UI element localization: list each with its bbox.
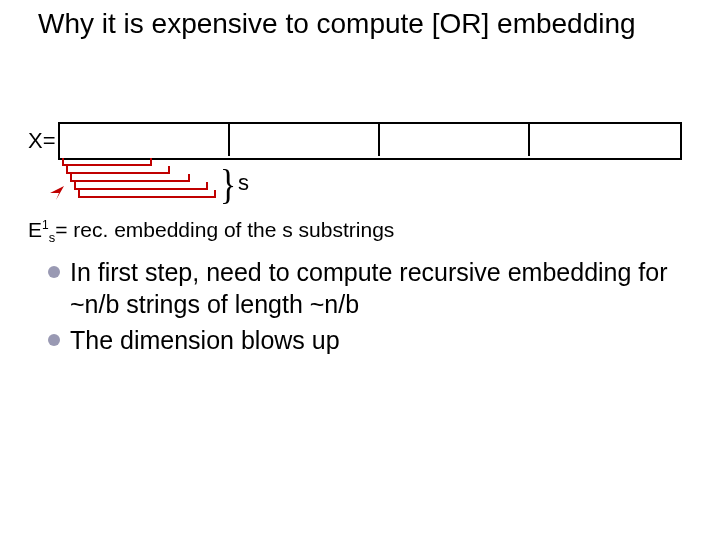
bullet-item: In first step, need to compute recursive…	[48, 256, 690, 320]
substring-bracket	[74, 182, 208, 190]
bullet-list: In first step, need to compute recursive…	[48, 256, 690, 360]
substring-bracket	[70, 174, 190, 182]
s-count-label: s	[238, 170, 249, 196]
bullet-icon	[48, 334, 60, 346]
substring-bracket	[66, 166, 170, 174]
x-divider	[228, 122, 230, 156]
string-x-box	[58, 122, 682, 160]
bullet-text: In first step, need to compute recursive…	[70, 256, 690, 320]
e1s-definition: E1s= rec. embedding of the s substrings	[28, 218, 394, 245]
e1s-superscript: 1	[42, 218, 49, 232]
substring-bracket	[62, 158, 152, 166]
x-divider	[528, 122, 530, 156]
slide-title: Why it is expensive to compute [OR] embe…	[38, 8, 678, 40]
substring-bracket	[78, 190, 216, 198]
bullet-item: The dimension blows up	[48, 324, 690, 356]
arrow-icon	[50, 186, 64, 200]
svg-marker-0	[50, 186, 64, 200]
e1s-letter: E	[28, 218, 42, 241]
curly-brace-icon: }	[220, 160, 236, 208]
e1s-rest: = rec. embedding of the s substrings	[55, 218, 394, 241]
bullet-icon	[48, 266, 60, 278]
x-divider	[378, 122, 380, 156]
bullet-text: The dimension blows up	[70, 324, 690, 356]
x-equals-label: X=	[28, 128, 56, 154]
